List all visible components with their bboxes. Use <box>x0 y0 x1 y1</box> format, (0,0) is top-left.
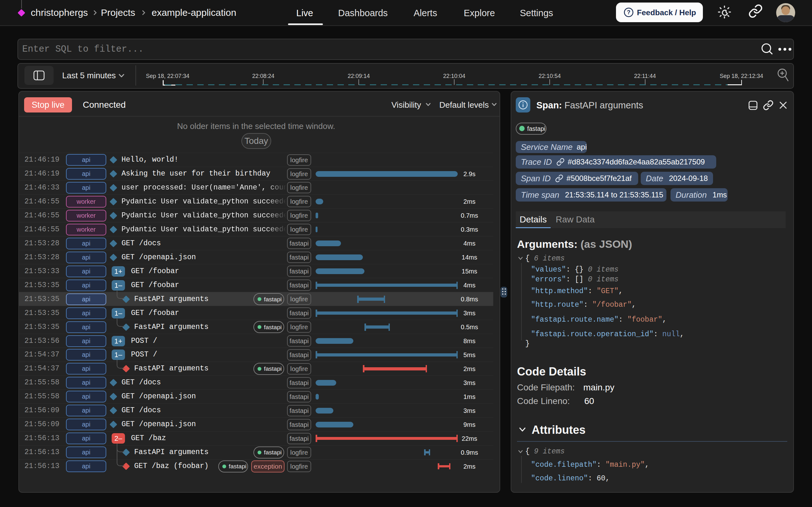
svg-text:?: ? <box>627 9 630 15</box>
